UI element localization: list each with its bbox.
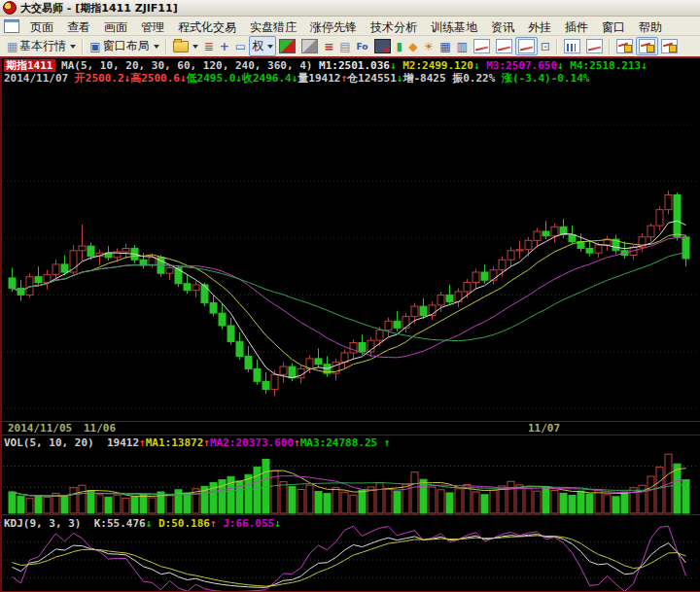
text-segment: ↑ bbox=[139, 436, 146, 449]
text-segment: M4:2518.213 bbox=[564, 59, 641, 72]
battery-button[interactable]: ▮ bbox=[394, 38, 406, 55]
menu-item-3[interactable]: 画面 bbox=[97, 19, 134, 35]
chevron-down-icon bbox=[192, 45, 198, 49]
menu-item-9[interactable]: 训练基地 bbox=[424, 19, 484, 35]
text-segment: MA1:13872 bbox=[146, 436, 204, 449]
basic-quotes-button-icon: ▦ bbox=[7, 40, 18, 53]
window-layout-button-icon: ▣ bbox=[89, 40, 100, 53]
window-clock-button[interactable]: ⊡ bbox=[538, 38, 553, 55]
text-segment: 振0.22% bbox=[452, 72, 502, 85]
menu-item-8[interactable]: 技术分析 bbox=[364, 19, 424, 35]
trend-chart-button-1[interactable] bbox=[471, 37, 493, 55]
text-segment: VOL(5, 10, 20) 19412 bbox=[4, 436, 139, 449]
chevron-down-icon bbox=[267, 45, 273, 49]
open-file-button-icon bbox=[173, 41, 189, 52]
chevron-down-icon bbox=[70, 45, 76, 49]
multi-bars-button[interactable] bbox=[561, 37, 583, 55]
text-segment: MA2:20373.600 bbox=[210, 436, 294, 449]
chevron-down-icon bbox=[154, 45, 159, 49]
multi-bars-button-icon bbox=[564, 39, 580, 53]
document-icon bbox=[4, 19, 19, 33]
basic-quotes-button[interactable]: ▦基本行情 bbox=[4, 36, 79, 56]
window-layout-button[interactable]: ▣窗口布局 bbox=[87, 36, 161, 56]
open-file-button[interactable] bbox=[170, 39, 201, 54]
settings-sun-button[interactable]: ☀ bbox=[420, 38, 437, 55]
window-title: 大交易师 - [期指1411 ZJIF11] bbox=[20, 1, 178, 16]
formula-button[interactable]: Fo bbox=[354, 38, 371, 55]
grid-chart-button[interactable]: ▦ bbox=[437, 38, 453, 55]
menu-item-10[interactable]: 资讯 bbox=[484, 19, 521, 35]
trend-chart-button-3-icon bbox=[518, 39, 535, 53]
color-chart-button-icon bbox=[279, 39, 296, 53]
text-segment: 2014/11/07 bbox=[4, 72, 75, 85]
text-segment: 仓124551 bbox=[347, 72, 397, 85]
text-segment: 高2500.6 bbox=[130, 72, 180, 85]
red-list-button-icon: ≡ bbox=[324, 40, 333, 53]
quote-line-ma: 期指1411 MA(5, 10, 20, 30, 60, 120, 240, 3… bbox=[4, 59, 698, 72]
menu-item-14[interactable]: 帮助 bbox=[632, 19, 669, 35]
text-segment: M3:2507.650 bbox=[480, 59, 557, 72]
table-chart-button[interactable]: ▥ bbox=[453, 38, 470, 55]
kdj-indicator-line: KDJ(9, 3, 3) K:55.476↓ D:50.186↑ J:66.05… bbox=[4, 517, 698, 530]
menu-bar: 页面查看画面管理程式化交易实盘猎庄涨停先锋技术分析训练基地资讯外挂插件窗口帮助 bbox=[0, 17, 700, 36]
menu-item-6[interactable]: 实盘猎庄 bbox=[243, 19, 303, 35]
rights-adjustment-button[interactable]: 权 bbox=[249, 36, 276, 56]
text-segment: ↑ bbox=[203, 436, 210, 449]
menu-item-11[interactable]: 外挂 bbox=[521, 19, 558, 35]
multi-chart-button[interactable] bbox=[583, 37, 606, 55]
text-segment: ↓ bbox=[235, 72, 242, 85]
volume-indicator-line: VOL(5, 10, 20) 19412↑MA1:13872↑MA2:20373… bbox=[4, 436, 698, 449]
axis-date-label: 11/06 bbox=[84, 423, 116, 435]
menu-item-12[interactable]: 插件 bbox=[558, 19, 595, 35]
menu-item-13[interactable]: 窗口 bbox=[595, 19, 632, 35]
locked-chart-button-3-icon bbox=[661, 39, 678, 53]
axis-date-label: 11/07 bbox=[528, 423, 560, 435]
text-segment: D:50.186 bbox=[152, 517, 210, 530]
text-segment: J:66.055 bbox=[217, 517, 275, 530]
menu-item-7[interactable]: 涨停先锋 bbox=[303, 19, 364, 35]
menu-item-2[interactable]: 查看 bbox=[60, 19, 97, 35]
app-logo-icon bbox=[3, 1, 17, 15]
locked-chart-button-1-icon bbox=[616, 39, 633, 53]
sort-lines-button[interactable]: ≣ bbox=[201, 38, 217, 55]
trend-chart-button-2[interactable] bbox=[493, 37, 515, 55]
quote-line-ohlc: 2014/11/07 开2500.2↓高2500.6↓低2495.0↓收2496… bbox=[4, 72, 698, 85]
text-segment: 收2496.4 bbox=[242, 72, 292, 85]
text-segment: ↑ bbox=[384, 436, 391, 449]
locked-chart-button-1[interactable] bbox=[613, 37, 636, 55]
red-list-button[interactable]: ≡ bbox=[321, 38, 336, 55]
trading-app-window: { "window": { "title": "大交易师 - [期指1411 Z… bbox=[0, 0, 700, 592]
toolbar-separator bbox=[556, 39, 558, 54]
toolbar-separator bbox=[82, 39, 84, 54]
text-segment: 增-8425 bbox=[402, 72, 452, 85]
monitor-button[interactable] bbox=[371, 37, 394, 55]
text-segment: M1:2501.036 bbox=[319, 59, 390, 72]
locked-chart-button-3[interactable] bbox=[658, 37, 681, 55]
menu-item-4[interactable]: 管理 bbox=[134, 19, 171, 35]
basic-quotes-button-label: 基本行情 bbox=[19, 38, 66, 54]
color-chart-button[interactable] bbox=[276, 37, 298, 55]
text-segment: MA(5, 10, 20, 30, 60, 120, 240, 360, 4) bbox=[55, 59, 320, 72]
sort-lines-button-icon: ≣ bbox=[204, 40, 214, 53]
text-segment: 开2500.2 bbox=[75, 72, 124, 85]
candlestick-chart[interactable] bbox=[0, 85, 700, 592]
move-cross-button[interactable]: + bbox=[217, 38, 232, 55]
trend-chart-button-3[interactable] bbox=[515, 37, 538, 55]
gray-chart-button[interactable] bbox=[298, 37, 321, 55]
window-clock-button-icon: ⊡ bbox=[541, 40, 550, 53]
text-segment: ↓ bbox=[390, 59, 397, 72]
toolbar-separator bbox=[609, 39, 611, 54]
trend-chart-button-1-icon bbox=[473, 39, 490, 53]
chart-left-border bbox=[0, 58, 2, 592]
copy-button[interactable]: ▤ bbox=[336, 38, 353, 55]
locked-chart-button-2[interactable] bbox=[636, 37, 658, 55]
monitor-button-icon bbox=[374, 39, 391, 53]
move-cross-button-icon: + bbox=[220, 40, 229, 53]
formula-button-icon: Fo bbox=[357, 40, 368, 53]
panel-window-button[interactable]: ▭ bbox=[232, 38, 249, 55]
alert-diamond-button[interactable]: ◆ bbox=[405, 38, 420, 55]
menu-items: 页面查看画面管理程式化交易实盘猎庄涨停先锋技术分析训练基地资讯外挂插件窗口帮助 bbox=[23, 17, 669, 36]
menu-item-1[interactable]: 页面 bbox=[23, 19, 60, 35]
text-segment: M2:2499.120 bbox=[397, 59, 473, 72]
menu-item-5[interactable]: 程式化交易 bbox=[171, 19, 243, 35]
